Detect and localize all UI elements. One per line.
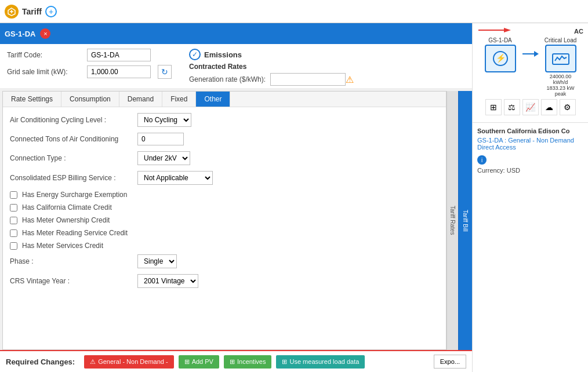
gs1da-node-label: GS-1-DA <box>488 37 512 43</box>
rate-area: Rate Settings Consumption Demand Fixed O… <box>2 91 472 350</box>
rate-panel: Rate Settings Consumption Demand Fixed O… <box>2 91 447 350</box>
emissions-toggle[interactable]: ✓ <box>189 49 201 60</box>
gs1da-node: GS-1-DA ⚡ <box>483 37 518 72</box>
energy-surcharge-row: Has Energy Surcharge Exemption <box>10 191 439 199</box>
connected-tons-row: Connected Tons of Air Conditioning <box>10 133 439 145</box>
grid-sale-row: Grid sale limit (kW): ↻ <box>7 65 172 79</box>
general-non-demand-button[interactable]: ⚠ General - Non Demand - <box>84 355 173 369</box>
ac-cycling-row: Air Conditioning Cycling Level : No Cycl… <box>10 113 439 127</box>
tariff-code-input[interactable] <box>87 49 151 61</box>
add-pv-icon: ⊞ <box>184 358 190 366</box>
tariff-rates-label: Tariff Rates <box>449 206 456 235</box>
other-tab-content: Air Conditioning Cycling Level : No Cycl… <box>3 107 446 349</box>
tariff-bill-label: Tariff Bill <box>462 210 469 232</box>
gen-rate-row: Generation rate ($/kWh): ⚠ <box>189 73 465 86</box>
crs-vintage-select[interactable]: 2001 Vintage 2002 Vintage <box>137 274 198 288</box>
top-bar-title: Tariff <box>22 7 42 16</box>
climate-credit-row: Has California Climate Credit <box>10 203 439 211</box>
tab-close-button[interactable]: × <box>40 28 50 39</box>
grid-sale-input[interactable] <box>87 65 151 78</box>
meter-services-row: Has Meter Services Credit <box>10 242 439 250</box>
gen-rate-input[interactable] <box>270 73 346 86</box>
meter-services-label: Has Meter Services Credit <box>22 242 103 250</box>
consolidated-esp-row: Consolidated ESP Billing Service : Not A… <box>10 171 439 185</box>
svg-text:⚡: ⚡ <box>495 53 506 63</box>
tab-rate-settings[interactable]: Rate Settings <box>3 92 61 107</box>
util-chart-icon[interactable]: 📈 <box>522 99 539 115</box>
company-name: Southern California Edison Co <box>477 127 583 134</box>
refresh-button[interactable]: ↻ <box>158 65 172 79</box>
meter-ownership-checkbox[interactable] <box>10 217 17 224</box>
energy-surcharge-label: Has Energy Surcharge Exemption <box>22 191 127 199</box>
energy-surcharge-checkbox[interactable] <box>10 191 17 199</box>
tariff-bill-sidebar[interactable]: Tariff Bill <box>458 91 472 350</box>
meter-reading-row: Has Meter Reading Service Credit <box>10 229 439 237</box>
util-scale-icon[interactable]: ⚖ <box>504 99 520 115</box>
util-cloud-icon[interactable]: ☁ <box>541 99 557 115</box>
meter-ownership-label: Has Meter Ownership Credit <box>22 216 110 224</box>
consolidated-esp-select[interactable]: Not Applicable Applicable <box>137 171 213 185</box>
tab-title: GS-1-DA <box>5 30 35 38</box>
meter-reading-label: Has Meter Reading Service Credit <box>22 229 128 237</box>
emissions-title: Emissions <box>204 50 242 59</box>
arrow-connector <box>522 51 539 57</box>
tariff-description: GS-1-DA : General - Non Demand Direct Ac… <box>477 137 583 151</box>
meter-services-checkbox[interactable] <box>10 242 17 250</box>
tab-consumption[interactable]: Consumption <box>61 92 119 107</box>
util-settings-icon[interactable]: ⚙ <box>560 99 576 115</box>
incentives-icon: ⊞ <box>230 358 235 366</box>
export-button[interactable]: Expo... <box>434 355 466 369</box>
tariff-code-section: Tariff Code: Grid sale limit (kW): ↻ <box>7 49 172 86</box>
diagram-nodes: GS-1-DA ⚡ Critical Load <box>477 37 583 97</box>
add-tariff-button[interactable]: + <box>45 6 57 17</box>
phase-row: Phase : Single Three <box>10 254 439 268</box>
warning-icon: ⚠ <box>346 74 354 85</box>
svg-rect-7 <box>553 54 569 64</box>
ac-label: AC <box>477 28 583 35</box>
crs-vintage-row: CRS Vintage Year : 2001 Vintage 2002 Vin… <box>10 274 439 288</box>
emissions-section: ✓ Emissions Contracted Rates Generation … <box>189 49 465 86</box>
tariff-code-row: Tariff Code: <box>7 49 172 61</box>
tab-demand[interactable]: Demand <box>119 92 162 107</box>
diagram-area: AC GS-1-DA <box>473 23 588 123</box>
gs1da-node-icon: ⚡ <box>485 45 516 72</box>
phase-label: Phase : <box>10 257 137 265</box>
climate-credit-label: Has California Climate Credit <box>22 203 112 211</box>
info-icon: i <box>477 155 487 165</box>
critical-load-label: Critical Load <box>545 37 577 43</box>
ac-cycling-select[interactable]: No Cycling 50% 100% <box>137 113 191 127</box>
climate-credit-checkbox[interactable] <box>10 204 17 211</box>
emissions-row: ✓ Emissions <box>189 49 465 60</box>
info-row: i <box>477 155 583 165</box>
tab-other[interactable]: Other <box>196 92 230 107</box>
info-section: Southern California Edison Co GS-1-DA : … <box>473 123 588 372</box>
incentives-button[interactable]: ⊞ Incentives <box>224 355 272 369</box>
grid-sale-label: Grid sale limit (kW): <box>7 68 82 76</box>
right-panel: AC GS-1-DA <box>472 23 588 372</box>
critical-load-node: Critical Load 24000.00 kWh/d1833.23 kW p… <box>543 37 578 97</box>
phase-select[interactable]: Single Three <box>137 254 177 268</box>
gen-rate-label: Generation rate ($/kWh): <box>189 75 266 83</box>
contracted-rates-section: Contracted Rates Generation rate ($/kWh)… <box>189 63 465 86</box>
meter-reading-checkbox[interactable] <box>10 229 17 237</box>
tariff-rates-sidebar[interactable]: Tariff Rates <box>447 91 458 350</box>
connected-tons-label: Connected Tons of Air Conditioning <box>10 135 137 143</box>
connected-tons-input[interactable] <box>137 133 184 145</box>
currency-label: Currency: USD <box>477 167 583 174</box>
connection-type-label: Connection Type : <box>10 154 137 162</box>
tariff-code-label: Tariff Code: <box>7 51 82 59</box>
top-bar: Tariff + <box>0 0 588 23</box>
connection-type-row: Connection Type : Under 2kV 2kV-50kV Ove… <box>10 151 439 165</box>
required-changes-label: Required Changes: <box>6 358 75 366</box>
bottom-bar: Required Changes: ⚠ General - Non Demand… <box>0 350 472 372</box>
utility-icons: ⊞ ⚖ 📈 ☁ ⚙ <box>477 97 583 118</box>
ac-cycling-label: Air Conditioning Cycling Level : <box>10 116 137 124</box>
use-measured-load-button[interactable]: ⊞ Use measured load data <box>276 355 365 369</box>
add-pv-button[interactable]: ⊞ Add PV <box>179 355 219 369</box>
util-grid-icon[interactable]: ⊞ <box>485 99 502 115</box>
tariff-icon <box>5 5 19 19</box>
tab-fixed[interactable]: Fixed <box>162 92 196 107</box>
node-stats: 24000.00 kWh/d1833.23 kW peak <box>543 74 578 97</box>
connection-type-select[interactable]: Under 2kV 2kV-50kV Over 50kV <box>137 151 190 165</box>
meter-ownership-row: Has Meter Ownership Credit <box>10 216 439 224</box>
